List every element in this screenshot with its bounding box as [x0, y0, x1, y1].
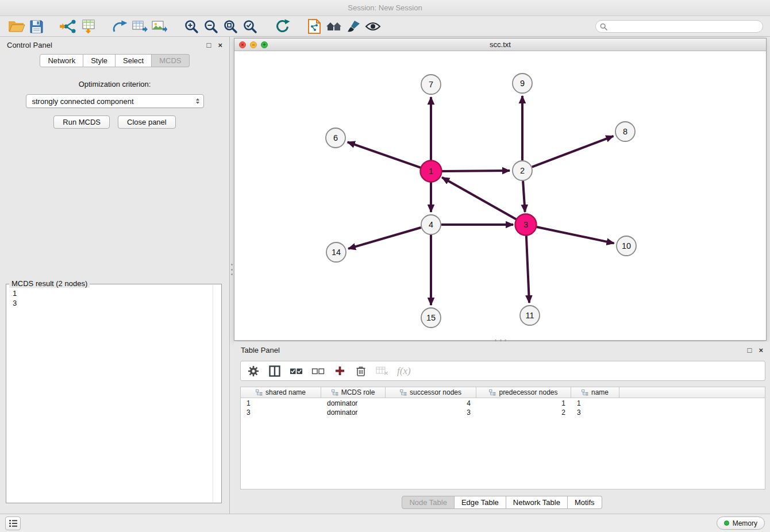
refresh-icon [274, 19, 290, 34]
memory-button[interactable]: Memory [717, 516, 765, 530]
graph-node-8[interactable]: 8 [615, 122, 635, 141]
delete-row-button[interactable] [355, 364, 367, 379]
float-table-panel-icon[interactable]: □ [748, 346, 752, 354]
open-in-cybrowser-button[interactable] [305, 18, 324, 35]
run-mcds-button[interactable]: Run MCDS [53, 115, 110, 129]
table-delete-icon [376, 366, 388, 376]
add-row-button[interactable] [333, 364, 346, 379]
tab-network[interactable]: Network [40, 54, 83, 67]
minimize-traffic-light[interactable]: − [250, 41, 257, 48]
list-icon [9, 519, 18, 527]
save-session-button[interactable] [26, 18, 46, 35]
import-table-button[interactable] [78, 18, 98, 35]
float-panel-icon[interactable]: □ [207, 41, 211, 49]
manage-columns-button[interactable] [268, 364, 281, 379]
network-window-titlebar[interactable]: × − + scc.txt [234, 38, 766, 51]
houses-icon [325, 20, 342, 33]
table-panel: Table Panel □ × f(x) shared [234, 342, 770, 514]
import-network-button[interactable] [59, 18, 78, 35]
zoom-in-button[interactable] [182, 18, 201, 35]
function-builder-button[interactable]: f(x) [397, 364, 411, 379]
edge-4-14[interactable] [348, 228, 421, 249]
search-icon [600, 23, 607, 30]
select-all-button[interactable] [290, 364, 303, 379]
document-share-icon [307, 19, 321, 34]
show-panel-menu-button[interactable] [5, 516, 21, 530]
status-bar: Memory [0, 514, 770, 532]
column-header-mcds-role[interactable]: MCDS role [321, 387, 386, 398]
svg-text:3: 3 [523, 220, 528, 229]
search-box[interactable] [595, 20, 763, 33]
memory-status-dot [724, 521, 729, 526]
svg-text:11: 11 [525, 311, 534, 320]
zoom-selected-button[interactable] [240, 18, 260, 35]
export-table-icon [132, 20, 148, 33]
graph-node-11[interactable]: 11 [520, 306, 540, 325]
svg-text:6: 6 [333, 133, 338, 142]
graph-node-7[interactable]: 7 [421, 75, 441, 94]
delete-table-button[interactable] [376, 364, 388, 379]
show-graphics-details-button[interactable] [363, 18, 383, 35]
network-window-title: scc.txt [490, 40, 511, 49]
tab-style[interactable]: Style [83, 54, 116, 67]
close-panel-button[interactable]: Close panel [118, 115, 176, 129]
tab-node-table[interactable]: Node Table [402, 496, 455, 509]
network-canvas[interactable]: 7968124314101511 [234, 51, 766, 340]
zoom-fit-button[interactable] [221, 18, 240, 35]
edge-3-1[interactable] [442, 178, 517, 219]
graph-node-4[interactable]: 4 [421, 215, 441, 234]
style-button[interactable] [344, 18, 363, 35]
table-row[interactable]: 3dominator323 [241, 408, 765, 417]
tab-motifs[interactable]: Motifs [568, 496, 602, 509]
import-network-icon [60, 19, 77, 34]
brush-icon [346, 20, 361, 33]
graph-node-2[interactable]: 2 [513, 161, 532, 180]
tab-edge-table[interactable]: Edge Table [455, 496, 506, 509]
zoom-out-button[interactable] [201, 18, 221, 35]
table-cell: 1 [571, 399, 619, 407]
edge-1-2[interactable] [441, 171, 510, 171]
home-button[interactable] [324, 18, 344, 35]
edge-2-3[interactable] [523, 181, 525, 212]
deselect-all-button[interactable] [311, 364, 325, 379]
edge-1-6[interactable] [348, 142, 421, 168]
svg-text:14: 14 [332, 248, 341, 257]
table-cell: 2 [476, 408, 571, 417]
tab-mcds[interactable]: MCDS [152, 54, 189, 67]
graph-node-14[interactable]: 14 [326, 242, 346, 262]
tab-network-table[interactable]: Network Table [506, 496, 568, 509]
open-session-button[interactable] [7, 18, 26, 35]
network-from-url-button[interactable] [110, 18, 130, 35]
graph-node-10[interactable]: 10 [617, 236, 636, 256]
close-table-panel-icon[interactable]: × [759, 346, 763, 354]
export-table-button[interactable] [130, 18, 149, 35]
criterion-dropdown[interactable]: strongly connected component [26, 94, 204, 108]
column-header-shared-name[interactable]: shared name [241, 387, 321, 398]
column-header-successor-nodes[interactable]: successor nodes [386, 387, 476, 398]
close-traffic-light[interactable]: × [239, 41, 246, 48]
search-input[interactable] [610, 22, 759, 30]
apply-layout-button[interactable] [272, 18, 292, 35]
edge-3-11[interactable] [526, 235, 529, 303]
export-image-button[interactable] [149, 18, 169, 35]
table-settings-button[interactable] [247, 364, 260, 379]
control-panel-tabs: NetworkStyleSelectMCDS [0, 54, 229, 67]
vertical-splitter[interactable] [230, 262, 233, 277]
tab-select[interactable]: Select [116, 54, 152, 67]
network-graph-svg: 7968124314101511 [234, 51, 766, 340]
close-panel-icon[interactable]: × [218, 41, 222, 49]
result-scrollbar[interactable] [213, 285, 213, 502]
column-header-predecessor-nodes[interactable]: predecessor nodes [476, 387, 571, 398]
svg-text:9: 9 [520, 79, 525, 88]
graph-node-1[interactable]: 1 [421, 161, 442, 182]
edge-2-8[interactable] [532, 136, 614, 167]
graph-node-3[interactable]: 3 [515, 214, 537, 236]
edge-3-10[interactable] [536, 227, 614, 244]
column-header-name[interactable]: name [571, 387, 619, 398]
window-titlebar[interactable]: Session: New Session [0, 0, 770, 16]
graph-node-6[interactable]: 6 [326, 128, 345, 148]
graph-node-15[interactable]: 15 [421, 308, 441, 327]
zoom-traffic-light[interactable]: + [261, 41, 268, 48]
graph-node-9[interactable]: 9 [513, 74, 532, 93]
table-row[interactable]: 1dominator411 [241, 399, 765, 408]
